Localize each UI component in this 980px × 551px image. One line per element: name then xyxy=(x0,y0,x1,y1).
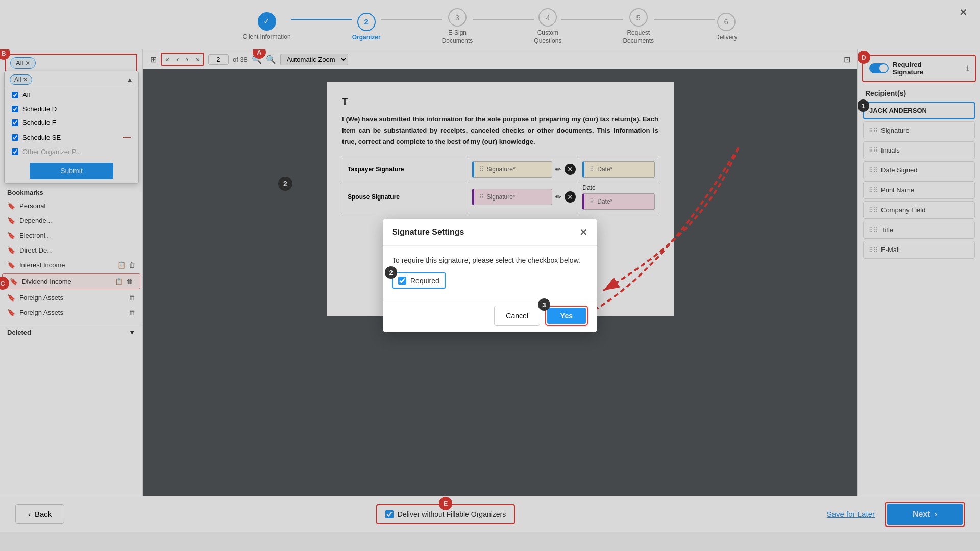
modal-header: Signature Settings ✕ xyxy=(383,219,597,246)
modal-yes-button[interactable]: Yes xyxy=(547,308,586,324)
signature-settings-modal: Signature Settings ✕ To require this sig… xyxy=(383,219,597,332)
modal-cancel-button[interactable]: Cancel xyxy=(494,306,540,326)
modal-title: Signature Settings xyxy=(392,228,464,237)
modal-description: To require this signature, please select… xyxy=(392,256,588,264)
required-checkbox-label: Required xyxy=(410,277,439,285)
annotation-2-modal: 2 xyxy=(385,266,397,279)
annotation-3: 3 xyxy=(538,298,550,311)
modal-close-button[interactable]: ✕ xyxy=(579,226,588,238)
required-checkbox-container: Required xyxy=(392,272,446,289)
required-checkbox[interactable] xyxy=(398,277,406,285)
modal-body: To require this signature, please select… xyxy=(383,246,597,299)
modal-overlay[interactable]: Signature Settings ✕ To require this sig… xyxy=(0,0,980,551)
modal-footer: Cancel 3 Yes xyxy=(383,299,597,332)
